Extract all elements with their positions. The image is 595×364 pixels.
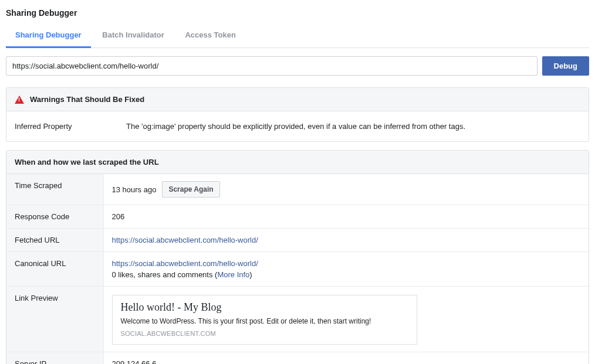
label-time-scraped: Time Scraped (6, 174, 103, 205)
scrape-table: Time Scraped 13 hours ago Scrape Again R… (6, 174, 589, 364)
value-time-scraped: 13 hours ago Scrape Again (103, 174, 589, 205)
warning-icon (15, 96, 24, 104)
value-server-ip: 209.124.66.6 (103, 352, 589, 365)
preview-description: Welcome to WordPress. This is your first… (121, 317, 408, 325)
preview-title: Hello world! - My Blog (121, 301, 408, 314)
warning-row: Inferred Property The 'og:image' propert… (6, 111, 589, 141)
warnings-header: Warnings That Should Be Fixed (6, 88, 589, 111)
label-fetched-url: Fetched URL (6, 229, 103, 252)
row-server-ip: Server IP 209.124.66.6 (6, 352, 589, 365)
row-link-preview: Link Preview Hello world! - My Blog Welc… (6, 287, 589, 352)
tabs-bar: Sharing Debugger Batch Invalidator Acces… (6, 23, 589, 48)
link-preview-card[interactable]: Hello world! - My Blog Welcome to WordPr… (112, 295, 417, 345)
canonical-stats-prefix: 0 likes, shares and comments ( (112, 270, 218, 279)
time-scraped-text: 13 hours ago (112, 185, 157, 194)
row-response-code: Response Code 206 (6, 205, 589, 229)
scrape-panel: When and how we last scraped the URL Tim… (6, 150, 589, 364)
value-response-code: 206 (103, 205, 589, 229)
warnings-panel: Warnings That Should Be Fixed Inferred P… (6, 87, 589, 142)
label-canonical-url: Canonical URL (6, 252, 103, 287)
row-time-scraped: Time Scraped 13 hours ago Scrape Again (6, 174, 589, 205)
value-canonical-url: https://social.abcwebclient.com/hello-wo… (103, 252, 589, 287)
url-form: Debug (6, 56, 589, 76)
fetched-url-link[interactable]: https://social.abcwebclient.com/hello-wo… (112, 236, 258, 244)
canonical-stats-suffix: ) (249, 270, 252, 279)
row-canonical-url: Canonical URL https://social.abcwebclien… (6, 252, 589, 287)
label-link-preview: Link Preview (6, 287, 103, 352)
tab-access-token[interactable]: Access Token (175, 23, 245, 48)
scrape-header-text: When and how we last scraped the URL (15, 158, 159, 166)
more-info-link[interactable]: More Info (217, 270, 249, 279)
url-input[interactable] (6, 56, 537, 76)
label-response-code: Response Code (6, 205, 103, 229)
scrape-again-button[interactable]: Scrape Again (162, 181, 219, 198)
label-server-ip: Server IP (6, 352, 103, 365)
value-fetched-url: https://social.abcwebclient.com/hello-wo… (103, 229, 589, 252)
scrape-header: When and how we last scraped the URL (6, 151, 589, 174)
debug-button[interactable]: Debug (542, 56, 589, 76)
tab-sharing-debugger[interactable]: Sharing Debugger (6, 23, 91, 48)
warning-label: Inferred Property (15, 122, 126, 131)
canonical-url-link[interactable]: https://social.abcwebclient.com/hello-wo… (112, 259, 258, 268)
canonical-stats: 0 likes, shares and comments (More Info) (112, 270, 581, 279)
page-title: Sharing Debugger (6, 8, 589, 18)
warnings-header-text: Warnings That Should Be Fixed (30, 95, 144, 104)
value-link-preview: Hello world! - My Blog Welcome to WordPr… (103, 287, 589, 352)
preview-domain: SOCIAL.ABCWEBCLIENT.COM (121, 330, 408, 337)
tab-batch-invalidator[interactable]: Batch Invalidator (93, 23, 173, 48)
warning-text: The 'og:image' property should be explic… (126, 122, 580, 131)
row-fetched-url: Fetched URL https://social.abcwebclient.… (6, 229, 589, 252)
